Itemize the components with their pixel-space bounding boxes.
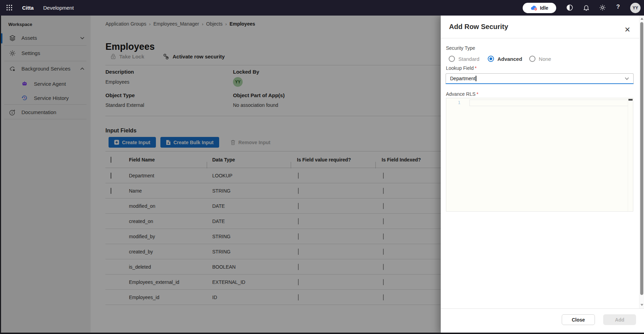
settings-gear-icon[interactable] [599, 4, 606, 11]
chevron-down-icon[interactable] [625, 77, 629, 80]
panel-title: Add Row Security [449, 16, 508, 38]
help-icon[interactable]: ? [616, 3, 620, 10]
lookup-field-value: Department [450, 76, 475, 81]
close-icon[interactable]: ✕ [623, 26, 632, 34]
theme-contrast-icon[interactable] [566, 4, 573, 11]
close-button[interactable]: Close [562, 314, 595, 325]
add-button[interactable]: Add [603, 314, 636, 325]
lookup-field-label-text: Lookup Field [446, 65, 474, 71]
editor-scrollbar-track [628, 98, 633, 211]
top-navbar: Citta Development Idle [0, 0, 644, 16]
required-asterisk: * [477, 91, 478, 97]
notifications-bell-icon[interactable] [583, 4, 590, 11]
brand-citta[interactable]: Citta [22, 0, 34, 16]
cloud-offline-icon [531, 5, 538, 11]
radio-advanced-label: Advanced [497, 56, 522, 62]
sync-status-pill[interactable]: Idle [523, 3, 556, 13]
text-caret [476, 76, 476, 81]
advance-rls-label: Advance RLS* [446, 91, 478, 97]
editor-gutter: 1 [446, 98, 469, 211]
advance-rls-label-text: Advance RLS [446, 91, 476, 97]
radio-none-label: None [539, 56, 551, 62]
scrollbar-down-arrow-icon[interactable] [641, 304, 643, 306]
editor-line-number: 1 [458, 100, 460, 105]
lookup-field-input[interactable]: Department [446, 73, 634, 84]
user-avatar[interactable]: YY [630, 3, 641, 13]
panel-footer-divider [441, 308, 644, 309]
radio-none[interactable] [529, 56, 535, 62]
security-type-label: Security Type [446, 45, 475, 51]
scrollbar-up-arrow-icon[interactable] [641, 18, 643, 20]
sync-status-label: Idle [540, 5, 548, 11]
advance-rls-code-editor[interactable]: 1 [446, 98, 633, 212]
app-switcher-icon[interactable] [6, 4, 12, 11]
radio-standard[interactable] [449, 56, 455, 62]
app-window: Citta Development Idle [0, 0, 644, 334]
radio-advanced[interactable] [488, 56, 494, 62]
panel-scrollbar-thumb[interactable] [640, 22, 643, 295]
required-asterisk: * [475, 65, 476, 71]
editor-current-line [469, 100, 628, 106]
lookup-field-label: Lookup Field* [446, 65, 477, 71]
security-type-radio-group: Standard Advanced None [449, 56, 559, 62]
radio-standard-label: Standard [458, 56, 479, 62]
add-row-security-panel: Add Row Security ✕ Security Type Standar… [441, 16, 644, 334]
editor-scrollbar-thumb[interactable] [628, 99, 633, 101]
nav-item-development[interactable]: Development [43, 0, 74, 16]
panel-header-divider [441, 38, 639, 38]
panel-scrollbar-track [639, 16, 644, 308]
window-bottom-edge [0, 333, 644, 334]
window-left-edge [0, 16, 1, 334]
